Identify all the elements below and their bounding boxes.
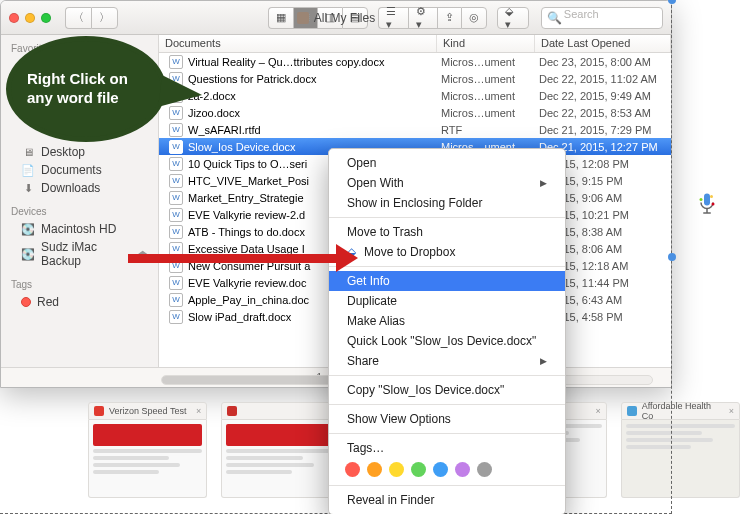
sidebar-item-macintosh-hd[interactable]: 💽Macintosh HD bbox=[1, 220, 158, 238]
svg-rect-0 bbox=[704, 194, 710, 206]
close-tab-icon[interactable]: × bbox=[596, 406, 601, 416]
doc-icon: W bbox=[169, 293, 183, 307]
doc-icon: W bbox=[169, 276, 183, 290]
dropbox-button[interactable]: ⬙ ▾ bbox=[497, 7, 529, 29]
annotation-arrow bbox=[128, 248, 358, 268]
tag-color-dot[interactable] bbox=[477, 462, 492, 477]
menu-tags[interactable]: Tags… bbox=[329, 438, 565, 458]
menu-tag-colors bbox=[329, 458, 565, 481]
forward-button[interactable]: 〉 bbox=[91, 7, 118, 29]
doc-icon: W bbox=[169, 208, 183, 222]
menu-get-info[interactable]: Get Info bbox=[329, 271, 565, 291]
file-date: Dec 23, 2015, 8:00 AM bbox=[539, 56, 671, 68]
file-kind: Micros…ument bbox=[441, 56, 539, 68]
column-view-button[interactable]: ◫ bbox=[317, 7, 342, 29]
tag-color-dot[interactable] bbox=[345, 462, 360, 477]
file-date: Dec 22, 2015, 9:49 AM bbox=[539, 90, 671, 102]
menu-show-enclosing[interactable]: Show in Enclosing Folder bbox=[329, 193, 565, 213]
column-headers: Documents Kind Date Last Opened bbox=[159, 35, 671, 53]
doc-icon: W bbox=[169, 191, 183, 205]
file-name: za-2.docx bbox=[188, 90, 441, 102]
file-name: W_sAFARI.rtfd bbox=[188, 124, 441, 136]
icon-view-button[interactable]: ▦ bbox=[268, 7, 293, 29]
tab-thumbnail[interactable]: Verizon Speed Test× bbox=[88, 402, 207, 498]
search-field[interactable]: 🔍 Search bbox=[541, 7, 663, 29]
file-name: Virtual Reality – Qu…ttributes copy.docx bbox=[188, 56, 441, 68]
downloads-icon: ⬇ bbox=[21, 182, 35, 194]
file-kind: Micros…ument bbox=[441, 90, 539, 102]
doc-icon: W bbox=[169, 225, 183, 239]
doc-icon: W bbox=[169, 157, 183, 171]
sidebar-item-documents[interactable]: 📄Documents bbox=[1, 161, 158, 179]
column-date[interactable]: Date Last Opened bbox=[535, 35, 671, 52]
file-row[interactable]: WVirtual Reality – Qu…ttributes copy.doc… bbox=[159, 53, 671, 70]
red-tag-icon bbox=[21, 297, 31, 307]
close-tab-icon[interactable]: × bbox=[729, 406, 734, 416]
sidebar-item-downloads[interactable]: ⬇Downloads bbox=[1, 179, 158, 197]
close-icon[interactable] bbox=[9, 13, 19, 23]
zoom-icon[interactable] bbox=[41, 13, 51, 23]
menu-open[interactable]: Open bbox=[329, 153, 565, 173]
menu-duplicate[interactable]: Duplicate bbox=[329, 291, 565, 311]
menu-view-options[interactable]: Show View Options bbox=[329, 409, 565, 429]
back-button[interactable]: 〈 bbox=[65, 7, 91, 29]
favicon bbox=[94, 406, 104, 416]
menu-make-alias[interactable]: Make Alias bbox=[329, 311, 565, 331]
callout-tail bbox=[158, 75, 204, 113]
file-date: Dec 22, 2015, 8:53 AM bbox=[539, 107, 671, 119]
tags-button[interactable]: ◎ bbox=[461, 7, 487, 29]
favicon bbox=[627, 406, 637, 416]
menu-open-with[interactable]: Open With bbox=[329, 173, 565, 193]
menu-copy[interactable]: Copy "Slow_Ios Device.docx" bbox=[329, 380, 565, 400]
file-row[interactable]: WQuestions for Patrick.docxMicros…umentD… bbox=[159, 70, 671, 87]
titlebar: 〈 〉 All My Files ▦ ≣ ◫ ▤ ☰ ▾ ⚙ ▾ ⇪ ◎ ⬙ ▾… bbox=[1, 1, 671, 35]
doc-icon: W bbox=[169, 174, 183, 188]
file-name: Jizoo.docx bbox=[188, 107, 441, 119]
sidebar-tag-red[interactable]: Red bbox=[1, 293, 158, 311]
documents-icon: 📄 bbox=[21, 164, 35, 176]
menu-reveal[interactable]: Reveal in Finder bbox=[329, 490, 565, 510]
action-button[interactable]: ⚙ ▾ bbox=[408, 7, 437, 29]
tag-color-dot[interactable] bbox=[367, 462, 382, 477]
tab-thumbnail[interactable]: × bbox=[221, 402, 340, 498]
thumb-title: Verizon Speed Test bbox=[109, 406, 186, 416]
hdd-icon: 💽 bbox=[21, 248, 35, 260]
file-kind: Micros…ument bbox=[441, 107, 539, 119]
tab-thumbnail[interactable]: Affordable Health Co× bbox=[621, 402, 740, 498]
file-kind: Micros…ument bbox=[441, 73, 539, 85]
file-row[interactable]: WJizoo.docxMicros…umentDec 22, 2015, 8:5… bbox=[159, 104, 671, 121]
hdd-icon: 💽 bbox=[21, 223, 35, 235]
file-row[interactable]: WW_sAFARI.rtfdRTFDec 21, 2015, 7:29 PM bbox=[159, 121, 671, 138]
callout-bubble: Right Click on any word file bbox=[6, 36, 200, 148]
nav-buttons: 〈 〉 bbox=[65, 7, 118, 29]
thumb-title: Affordable Health Co bbox=[642, 401, 724, 421]
coverflow-view-button[interactable]: ▤ bbox=[342, 7, 368, 29]
tag-color-dot[interactable] bbox=[411, 462, 426, 477]
tag-color-dot[interactable] bbox=[455, 462, 470, 477]
file-name: Questions for Patrick.docx bbox=[188, 73, 441, 85]
sidebar-heading-tags: Tags bbox=[1, 276, 158, 293]
menu-move-to-trash[interactable]: Move to Trash bbox=[329, 222, 565, 242]
column-kind[interactable]: Kind bbox=[437, 35, 535, 52]
doc-icon: W bbox=[169, 310, 183, 324]
menu-quick-look[interactable]: Quick Look "Slow_Ios Device.docx" bbox=[329, 331, 565, 351]
file-row[interactable]: Wza-2.docxMicros…umentDec 22, 2015, 9:49… bbox=[159, 87, 671, 104]
menu-move-to-dropbox[interactable]: ⬙Move to Dropbox bbox=[329, 242, 565, 262]
window-controls bbox=[9, 13, 51, 23]
share-button[interactable]: ⇪ bbox=[437, 7, 461, 29]
context-menu: Open Open With Show in Enclosing Folder … bbox=[328, 148, 566, 514]
file-date: Dec 21, 2015, 7:29 PM bbox=[539, 124, 671, 136]
menu-share[interactable]: Share bbox=[329, 351, 565, 371]
search-icon: 🔍 bbox=[547, 11, 562, 25]
close-tab-icon[interactable]: × bbox=[196, 406, 201, 416]
arrange-button[interactable]: ☰ ▾ bbox=[378, 7, 407, 29]
minimize-icon[interactable] bbox=[25, 13, 35, 23]
sidebar-heading-devices: Devices bbox=[1, 203, 158, 220]
svg-point-3 bbox=[710, 195, 713, 198]
file-kind: RTF bbox=[441, 124, 539, 136]
tag-color-dot[interactable] bbox=[389, 462, 404, 477]
column-documents[interactable]: Documents bbox=[159, 35, 437, 52]
microphone-icon[interactable] bbox=[698, 192, 716, 216]
list-view-button[interactable]: ≣ bbox=[293, 7, 317, 29]
tag-color-dot[interactable] bbox=[433, 462, 448, 477]
